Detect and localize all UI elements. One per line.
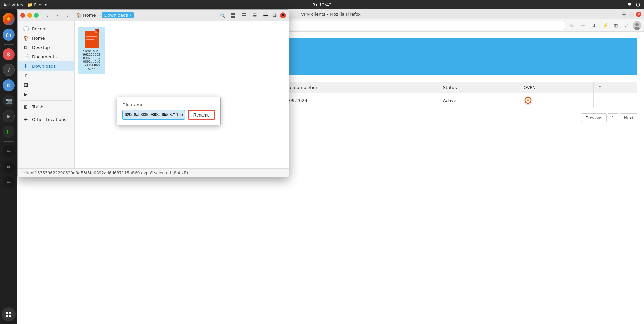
trash-icon: 🗑: [23, 104, 29, 109]
col-num: #: [594, 82, 637, 93]
dock-firefox[interactable]: [2, 12, 16, 26]
top-bar-time: Вт 12:42: [312, 2, 332, 7]
cell-num: [594, 93, 637, 108]
firefox-minimize-btn[interactable]: —: [621, 12, 627, 17]
browser-sidebar-btn[interactable]: ⊞: [611, 21, 621, 30]
svg-point-8: [7, 17, 10, 21]
dock: 🗂 ⚙ ? 🖥 📷 ▶ $_ ✏ ✏ ✏: [0, 9, 17, 324]
dock-separator-2: [4, 141, 14, 142]
fm-minimize-btn[interactable]: [27, 13, 32, 18]
sidebar-item-recent[interactable]: 🕐 Recent: [18, 24, 74, 33]
dock-apps-button[interactable]: [2, 307, 16, 321]
fm-statusbar: "client153539622290620d8a53f3fe0892ad6d6…: [18, 168, 289, 177]
dock-item-6[interactable]: ▶: [2, 109, 16, 123]
dock-item-4[interactable]: 🖥: [2, 78, 16, 92]
firefox-maximize-btn[interactable]: [629, 12, 634, 17]
col-status: Status: [439, 82, 519, 93]
dock-item-5[interactable]: 📷: [2, 94, 16, 108]
fm-close-btn[interactable]: [20, 13, 25, 18]
svg-rect-19: [233, 13, 235, 15]
sidebar-item-desktop[interactable]: 🖥 Desktop: [18, 43, 74, 52]
rename-input[interactable]: [122, 110, 185, 120]
activities-label[interactable]: Activities: [3, 2, 23, 7]
firefox-close-btn[interactable]: ✕: [636, 12, 641, 17]
fm-list-view-btn[interactable]: [239, 11, 249, 20]
fm-breadcrumb-home[interactable]: 🏠 Home: [73, 12, 98, 18]
fm-window-maximize[interactable]: □: [271, 12, 277, 18]
browser-extensions-btn[interactable]: ⚡: [600, 21, 610, 30]
sidebar-item-trash[interactable]: 🗑 Trash: [18, 102, 74, 111]
dock-item-9[interactable]: ✏: [2, 175, 16, 189]
network-icon[interactable]: [618, 2, 623, 8]
fm-window-close[interactable]: ✕: [280, 12, 286, 18]
svg-rect-10: [9, 312, 11, 314]
dock-item-3[interactable]: ?: [2, 63, 16, 77]
file-item-ovpn[interactable]: client153539622290620d8a53f3fe0892ad6d68…: [78, 27, 105, 74]
svg-rect-23: [241, 15, 246, 16]
fm-body: 🕐 Recent 🏠 Home 🖥 Desktop 📄 Documents ⬇ …: [18, 21, 289, 168]
sidebar-item-home[interactable]: 🏠 Home: [18, 33, 74, 43]
recent-icon: 🕐: [23, 26, 29, 31]
downloads-label: Downloads: [32, 64, 56, 69]
files-menu[interactable]: 📁 Files ▾: [27, 2, 47, 7]
fm-prev-location-btn[interactable]: ‹: [63, 11, 71, 19]
col-date-completion: Date completion: [278, 82, 439, 93]
browser-bookmark-btn[interactable]: ☆: [567, 21, 576, 30]
volume-icon[interactable]: [627, 2, 632, 8]
sidebar-item-pictures[interactable]: 🖼: [18, 80, 74, 90]
browser-fullscreen-btn[interactable]: ⤢: [622, 21, 631, 30]
browser-profile-avatar[interactable]: [633, 21, 641, 30]
dock-bottom: [2, 307, 16, 321]
dock-terminal[interactable]: $_: [2, 125, 16, 139]
fm-content: client153539622290620d8a53f3fe0892ad6d68…: [75, 21, 289, 168]
fm-search-btn[interactable]: 🔍: [218, 11, 227, 20]
sidebar-item-other-locations[interactable]: + Other Locations: [18, 114, 74, 124]
fm-breadcrumb: 🏠 Home › Downloads ▾: [73, 12, 216, 18]
svg-rect-21: [233, 16, 235, 18]
documents-icon: 📄: [23, 54, 29, 59]
dock-item-8[interactable]: ✏: [2, 160, 16, 174]
sidebar-item-videos[interactable]: ▶: [18, 90, 74, 99]
other-locations-icon: +: [23, 117, 29, 122]
pagination-next-btn[interactable]: Next: [620, 113, 637, 122]
trash-label: Trash: [32, 104, 43, 109]
fm-view-toggle-btn[interactable]: [228, 11, 238, 20]
svg-point-14: [634, 27, 640, 30]
fm-back-btn[interactable]: ‹: [43, 11, 51, 19]
downloads-label: Downloads: [104, 13, 128, 18]
dock-item-7[interactable]: ✏: [2, 144, 16, 158]
fm-forward-btn[interactable]: ›: [53, 11, 61, 19]
sidebar-item-documents[interactable]: 📄 Documents: [18, 52, 74, 61]
browser-download-btn[interactable]: ⬇: [590, 21, 599, 30]
sidebar-item-downloads[interactable]: ⬇ Downloads: [18, 61, 74, 71]
fm-breadcrumb-downloads[interactable]: Downloads ▾: [102, 12, 134, 18]
dock-files[interactable]: 🗂: [2, 28, 16, 42]
rename-btn[interactable]: Rename: [188, 110, 215, 120]
top-bar-right: [618, 2, 641, 8]
fm-maximize-btn[interactable]: [34, 13, 39, 18]
svg-rect-24: [241, 17, 246, 17]
fm-window-minimize[interactable]: —: [263, 12, 269, 18]
rename-dialog: File name Rename: [117, 97, 221, 125]
pagination-previous-btn[interactable]: Previous: [581, 113, 607, 122]
power-icon[interactable]: [635, 2, 641, 8]
top-bar: Activities 📁 Files ▾ Вт 12:42: [0, 0, 644, 9]
dock-item-2[interactable]: ⚙: [2, 47, 16, 61]
fm-menu-btn[interactable]: ☰: [250, 11, 259, 20]
firefox-title: VPN clients - Mozilla Firefox: [301, 12, 361, 17]
desktop-label: Desktop: [32, 45, 50, 50]
files-icon: 📁: [27, 2, 33, 7]
fm-breadcrumb-separator: ›: [99, 13, 101, 18]
home-icon: 🏠: [76, 13, 82, 18]
cell-ovpn[interactable]: [519, 93, 594, 108]
file-label: client153539622290620d8a53f3fe0892ad6d68…: [83, 49, 101, 71]
pagination-page-num: 1: [608, 113, 618, 122]
fm-files-area: client153539622290620d8a53f3fe0892ad6d68…: [75, 21, 289, 32]
home-label: Home: [32, 36, 45, 41]
ovpn-icon[interactable]: [523, 96, 533, 105]
svg-point-13: [635, 23, 639, 26]
pictures-icon: 🖼: [23, 82, 29, 88]
svg-point-5: [636, 3, 640, 6]
sidebar-item-music[interactable]: ♪: [18, 71, 74, 80]
browser-menu-btn[interactable]: ☰: [578, 21, 588, 30]
